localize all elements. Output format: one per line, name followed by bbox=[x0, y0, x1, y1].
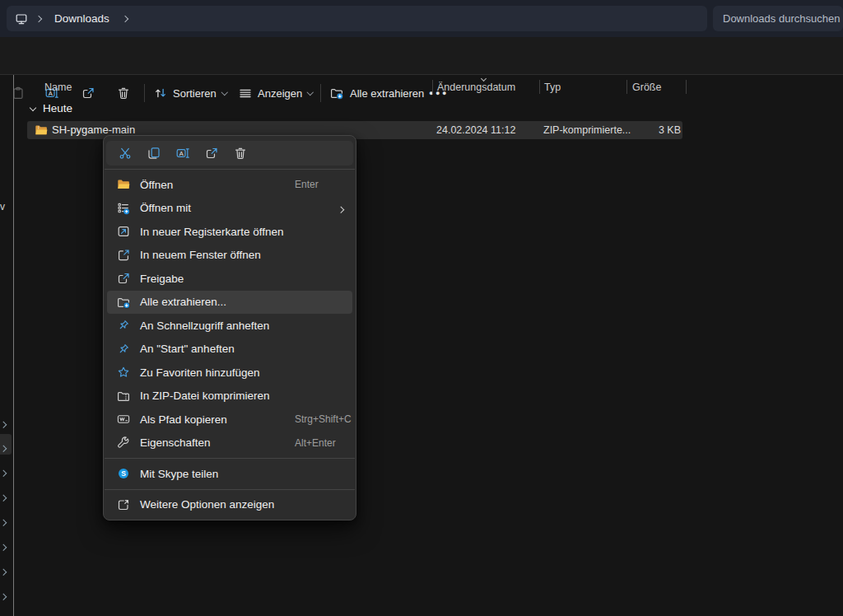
chevron-down-icon bbox=[221, 89, 228, 96]
tree-expand-chevron-icon[interactable] bbox=[1, 587, 9, 597]
menu-item-oeffnen[interactable]: Öffnen Enter bbox=[107, 173, 352, 197]
extract-label: Alle extrahieren bbox=[350, 87, 424, 100]
quick-actions-bar bbox=[106, 141, 353, 166]
delete-button[interactable] bbox=[226, 142, 254, 164]
rename-button[interactable] bbox=[168, 142, 197, 164]
menu-item-neues-fenster[interactable]: In neuem Fenster öffnen bbox=[107, 244, 352, 268]
share-icon bbox=[82, 86, 95, 100]
menu-item-oeffnen-mit[interactable]: Öffnen mit bbox=[107, 197, 352, 221]
menu-separator bbox=[105, 169, 355, 170]
tree-expand-chevron-icon[interactable] bbox=[1, 488, 9, 498]
view-lines-icon bbox=[239, 86, 252, 100]
view-label: Anzeigen bbox=[258, 87, 302, 100]
column-divider[interactable] bbox=[686, 80, 687, 94]
this-pc-monitor-icon bbox=[15, 12, 28, 26]
tree-expand-chevron-icon[interactable] bbox=[1, 513, 9, 523]
search-input[interactable]: Downloads durchsuchen bbox=[713, 6, 843, 31]
group-header-heute[interactable]: Heute bbox=[43, 101, 72, 116]
command-toolbar: Sortieren Anzeigen Alle extrahieren ●●● bbox=[0, 37, 843, 75]
column-header-type[interactable]: Typ bbox=[544, 80, 561, 95]
show-more-icon bbox=[117, 498, 130, 511]
sort-arrows-icon bbox=[154, 86, 167, 100]
tree-expand-chevron-icon[interactable] bbox=[1, 562, 9, 572]
breadcrumb-chevron-icon bbox=[122, 15, 128, 21]
skype-icon bbox=[117, 467, 130, 480]
column-divider[interactable] bbox=[432, 80, 433, 94]
zip-folder-outline-icon bbox=[117, 390, 130, 403]
new-tab-icon bbox=[117, 225, 130, 238]
extract-folder-icon bbox=[117, 296, 130, 309]
tree-expand-chevron-icon[interactable] bbox=[1, 538, 9, 548]
column-header-name[interactable]: Name bbox=[44, 80, 72, 95]
breadcrumb-downloads[interactable]: Downloads bbox=[54, 12, 109, 25]
context-menu: Öffnen Enter Öffnen mit In neuer Registe… bbox=[103, 135, 356, 520]
star-icon bbox=[117, 366, 130, 379]
wrench-icon bbox=[117, 436, 130, 450]
share-icon bbox=[205, 147, 218, 160]
menu-item-eigenschaften[interactable]: Eigenschaften Alt+Enter bbox=[107, 432, 352, 455]
menu-item-schnellzugriff-anheften[interactable]: An Schnellzugriff anheften bbox=[107, 314, 352, 338]
menu-item-freigabe[interactable]: Freigabe bbox=[107, 267, 352, 291]
address-bar-strip: Downloads Downloads durchsuchen bbox=[0, 0, 843, 38]
submenu-chevron-icon bbox=[338, 201, 343, 216]
toolbar-divider bbox=[144, 84, 145, 102]
file-explorer-window: Downloads Downloads durchsuchen Sortiere… bbox=[0, 0, 843, 616]
copy-button[interactable] bbox=[139, 142, 168, 164]
delete-button[interactable] bbox=[110, 80, 137, 106]
cut-button[interactable] bbox=[110, 142, 139, 164]
menu-item-skype-teilen[interactable]: Mit Skype teilen bbox=[107, 462, 352, 486]
pin-icon bbox=[117, 319, 130, 332]
copy-path-icon bbox=[117, 413, 130, 426]
scissors-icon bbox=[119, 147, 132, 160]
address-bar[interactable]: Downloads bbox=[7, 6, 707, 31]
rename-icon bbox=[176, 147, 189, 160]
column-header-modified[interactable]: Änderungsdatum bbox=[437, 80, 515, 95]
folder-icon bbox=[117, 178, 130, 191]
zip-folder-icon bbox=[35, 124, 48, 137]
sort-dropdown[interactable]: Sortieren bbox=[151, 80, 230, 106]
tree-label-fragment: v bbox=[0, 201, 5, 212]
tree-expand-chevron-icon[interactable] bbox=[1, 415, 9, 425]
share-button[interactable] bbox=[75, 80, 101, 106]
breadcrumb-chevron-icon bbox=[35, 15, 42, 21]
open-with-icon bbox=[117, 202, 130, 215]
pane-divider[interactable] bbox=[13, 75, 14, 616]
menu-item-neue-registerkarte[interactable]: In neuer Registerkarte öffnen bbox=[107, 220, 352, 244]
paste-button[interactable] bbox=[5, 80, 31, 106]
extract-folder-icon bbox=[330, 86, 344, 100]
menu-item-start-anheften[interactable]: An "Start" anheften bbox=[107, 338, 352, 362]
share-button[interactable] bbox=[197, 142, 226, 164]
trash-icon bbox=[234, 147, 247, 160]
tree-expand-chevron-icon[interactable] bbox=[1, 439, 9, 449]
tree-expand-chevron-icon[interactable] bbox=[1, 464, 9, 474]
chevron-down-icon bbox=[307, 89, 314, 96]
group-collapse-chevron-icon[interactable] bbox=[30, 105, 36, 111]
menu-item-alle-extrahieren[interactable]: Alle extrahieren... bbox=[107, 291, 352, 315]
menu-separator bbox=[105, 458, 355, 459]
trash-icon bbox=[117, 86, 131, 100]
file-size: 3 KB bbox=[613, 123, 681, 138]
menu-separator bbox=[105, 489, 355, 490]
pin-icon bbox=[117, 343, 130, 356]
column-divider[interactable] bbox=[539, 80, 540, 94]
file-modified: 24.02.2024 11:12 bbox=[436, 123, 515, 138]
share-icon bbox=[117, 272, 130, 285]
menu-item-favoriten[interactable]: Zu Favoriten hinzufügen bbox=[107, 361, 352, 385]
new-window-icon bbox=[117, 249, 130, 262]
menu-item-zip-komprimieren[interactable]: In ZIP-Datei komprimieren bbox=[107, 385, 352, 408]
extract-all-button[interactable]: Alle extrahieren bbox=[327, 80, 427, 106]
column-header-size[interactable]: Größe bbox=[632, 80, 661, 95]
menu-item-als-pfad-kopieren[interactable]: Als Pfad kopieren Strg+Shift+C bbox=[107, 408, 352, 432]
sort-label: Sortieren bbox=[173, 87, 217, 100]
toolbar-divider bbox=[320, 84, 321, 102]
search-placeholder: Downloads durchsuchen bbox=[723, 12, 840, 25]
copy-icon bbox=[147, 147, 161, 160]
view-dropdown[interactable]: Anzeigen bbox=[235, 80, 316, 106]
menu-item-weitere-optionen[interactable]: Weitere Optionen anzeigen bbox=[107, 493, 352, 517]
column-divider[interactable] bbox=[626, 80, 627, 94]
